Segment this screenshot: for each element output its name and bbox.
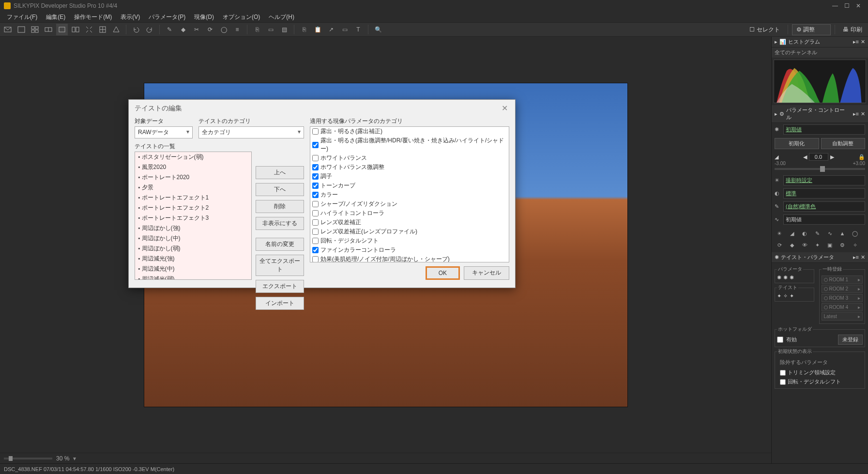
- menu-parameter[interactable]: パラメータ(P): [145, 12, 189, 22]
- category-item[interactable]: ファインカラーコントローラ: [310, 245, 509, 255]
- tool-brush-icon[interactable]: ✎: [164, 24, 175, 35]
- category-item[interactable]: レンズ収差補正(レンズプロファイル): [310, 227, 509, 236]
- category-item[interactable]: ハイライトコントローラ: [310, 209, 509, 218]
- ok-button[interactable]: OK: [426, 266, 460, 280]
- exclude-rotate-checkbox[interactable]: [780, 379, 786, 385]
- menu-file[interactable]: ファイル(F): [3, 12, 41, 22]
- adjust-mode-dropdown[interactable]: ⚙ 調整: [792, 24, 831, 35]
- print-button[interactable]: 🖶印刷: [839, 25, 866, 35]
- menu-view[interactable]: 表示(V): [117, 12, 144, 22]
- exposure-slider[interactable]: [775, 168, 865, 170]
- hide-button[interactable]: 非表示にする: [256, 217, 304, 230]
- cancel-button[interactable]: キャンセル: [464, 266, 509, 280]
- category-checkbox[interactable]: [312, 238, 319, 244]
- category-item[interactable]: 露出・明るさ(露出補正): [310, 127, 509, 136]
- category-item[interactable]: 効果(美肌処理/ノイズ付加/周辺ぼかし・シャープ): [310, 255, 509, 262]
- tool-split-icon[interactable]: [70, 24, 81, 35]
- taste-item[interactable]: ポートレート2020: [135, 172, 251, 183]
- import-button[interactable]: インポート: [256, 297, 304, 310]
- category-checkbox[interactable]: [312, 219, 319, 226]
- tool-gradient-icon[interactable]: ▤: [278, 24, 290, 35]
- taste-item[interactable]: 風景2020: [135, 162, 251, 172]
- taste-item[interactable]: ポスタリゼーション(弱): [135, 152, 251, 162]
- category-list[interactable]: 露出・明るさ(露出補正)露出・明るさ(露出微調整/HDR/覆い焼き・焼き込み/ハ…: [310, 126, 509, 262]
- category-checkbox[interactable]: [312, 128, 319, 135]
- tool-combination-icon[interactable]: [43, 24, 54, 35]
- zoom-slider[interactable]: [4, 458, 52, 459]
- param-gear2-icon[interactable]: ✺: [783, 275, 788, 281]
- tool-region-icon[interactable]: ▭: [265, 24, 276, 35]
- room-latest-button[interactable]: Latest▸: [822, 312, 863, 321]
- move-up-button[interactable]: 上へ: [256, 166, 304, 179]
- stepper-left-icon[interactable]: ◀: [803, 154, 807, 160]
- tool-export-icon[interactable]: ↗: [325, 24, 337, 35]
- tool-clone-icon[interactable]: ⎘: [251, 24, 263, 35]
- tool-warning-icon[interactable]: [110, 24, 122, 35]
- close-panel-icon[interactable]: ✕: [861, 111, 865, 117]
- shooting-dropdown[interactable]: 撮影時設定: [783, 175, 865, 185]
- hotfolder-unreg-button[interactable]: 未登録: [838, 335, 863, 345]
- grid-color-icon[interactable]: ◆: [787, 241, 797, 249]
- init-button[interactable]: 初期化: [775, 138, 819, 149]
- taste-item[interactable]: 夕景: [135, 183, 251, 193]
- category-checkbox[interactable]: [312, 229, 319, 235]
- category-item[interactable]: トーンカーブ: [310, 181, 509, 190]
- category-item[interactable]: 調子: [310, 172, 509, 181]
- tool-fit-icon[interactable]: [83, 24, 95, 35]
- lock-icon[interactable]: 🔒: [858, 154, 865, 160]
- taste-item[interactable]: 周辺ぼかし(弱): [135, 244, 251, 254]
- room-1-button[interactable]: ROOM 1▸: [822, 275, 863, 284]
- grid-lens-icon[interactable]: ◯: [850, 229, 860, 238]
- tool-single-icon[interactable]: [56, 24, 68, 35]
- grid-triangle-icon[interactable]: ◢: [787, 229, 797, 238]
- tool-crop-icon[interactable]: ✂: [191, 24, 202, 35]
- tool-redo-icon[interactable]: [144, 24, 155, 35]
- delete-button[interactable]: 削除: [256, 200, 304, 213]
- category-item[interactable]: ホワイトバランス微調整: [310, 163, 509, 172]
- tool-paste-icon[interactable]: 📋: [312, 24, 323, 35]
- grid-eye-icon[interactable]: 👁: [800, 241, 809, 249]
- taste-param-header[interactable]: ✺ テイスト・パラメータ ▸≡✕: [772, 252, 868, 263]
- room-4-button[interactable]: ROOM 4▸: [822, 303, 863, 311]
- dialog-close-icon[interactable]: ✕: [500, 104, 509, 113]
- dock-icon[interactable]: ▸≡: [853, 254, 859, 260]
- tool-grid-icon[interactable]: [29, 24, 41, 35]
- export-all-button[interactable]: 全てエクスポート: [256, 255, 304, 276]
- category-checkbox[interactable]: [312, 256, 319, 262]
- dock-icon[interactable]: ▸≡: [853, 39, 859, 45]
- exclude-trim-checkbox[interactable]: [780, 370, 786, 376]
- menu-develop[interactable]: 現像(D): [190, 12, 218, 22]
- grid-sharp-icon[interactable]: ▲: [838, 229, 847, 238]
- tool-preview-icon[interactable]: [15, 24, 27, 35]
- grid-star-icon[interactable]: ✦: [812, 241, 822, 249]
- zoom-dropdown-icon[interactable]: ▾: [73, 455, 76, 462]
- taste-category-select[interactable]: 全カテゴリ: [198, 126, 304, 138]
- tool-grid2-icon[interactable]: [97, 24, 108, 35]
- histogram-header[interactable]: ▸📊 ヒストグラム ▸≡✕: [772, 37, 868, 47]
- close-panel-icon[interactable]: ✕: [861, 39, 865, 45]
- menu-help[interactable]: ヘルプ(H): [265, 12, 298, 22]
- stepper-right-icon[interactable]: ▶: [830, 154, 834, 160]
- param-gear3-icon[interactable]: ✺: [790, 275, 794, 281]
- grid-rotate-icon[interactable]: ⟳: [775, 241, 784, 249]
- rename-button[interactable]: 名前の変更: [256, 238, 304, 251]
- select-mode-button[interactable]: ☐セレクト: [746, 25, 784, 35]
- room-3-button[interactable]: ROOM 3▸: [822, 294, 863, 302]
- category-checkbox[interactable]: [312, 173, 319, 180]
- taste-item[interactable]: ポートレートエフェクト1: [135, 193, 251, 203]
- exposure-value[interactable]: 0.0: [809, 153, 828, 161]
- grid-layers-icon[interactable]: ▣: [825, 241, 835, 249]
- category-checkbox[interactable]: [312, 155, 319, 161]
- tool-copy-icon[interactable]: ⎘: [298, 24, 310, 35]
- grid-dropper-icon[interactable]: ✎: [812, 229, 822, 238]
- tool-adjust-icon[interactable]: ≡: [231, 24, 243, 35]
- taste-item[interactable]: 周辺減光(強): [135, 254, 251, 264]
- category-checkbox[interactable]: [312, 164, 319, 170]
- move-down-button[interactable]: 下へ: [256, 183, 304, 196]
- target-data-select[interactable]: RAWデータ: [135, 126, 193, 138]
- category-item[interactable]: 露出・明るさ(露出微調整/HDR/覆い焼き・焼き込み/ハイライト/シャドー): [310, 136, 509, 153]
- tool-text-icon[interactable]: T: [352, 24, 364, 35]
- category-item[interactable]: 回転・デジタルシフト: [310, 236, 509, 245]
- tool-undo-icon[interactable]: [130, 24, 142, 35]
- param-gear1-icon[interactable]: ✺: [777, 275, 781, 281]
